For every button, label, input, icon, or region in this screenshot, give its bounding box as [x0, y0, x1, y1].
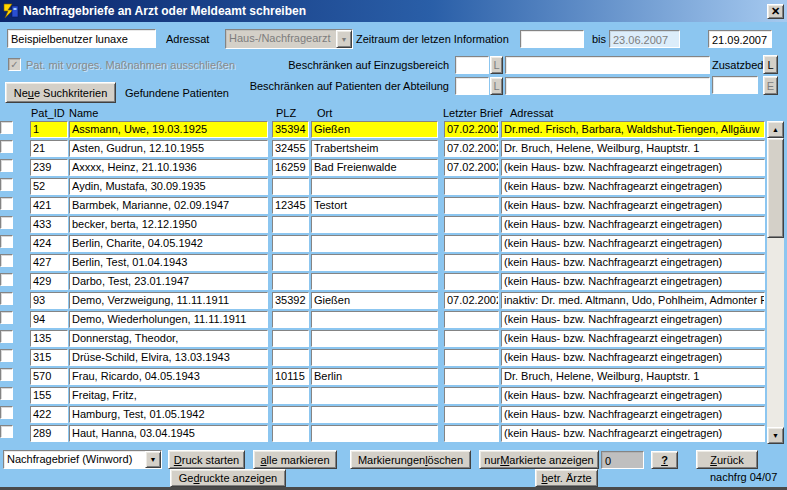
- cell-ort[interactable]: [311, 330, 438, 347]
- cell-pat-id[interactable]: 93: [30, 292, 68, 309]
- cell-pat-id[interactable]: 422: [30, 406, 68, 423]
- row-checkbox[interactable]: [0, 292, 13, 305]
- cell-ort[interactable]: Trabertsheim: [311, 140, 438, 157]
- cell-pat-id[interactable]: 427: [30, 254, 68, 271]
- date-to-field[interactable]: 21.09.2007: [708, 30, 772, 48]
- cell-letzter-brief[interactable]: 07.02.2002: [444, 292, 499, 309]
- zeitraum-von-field[interactable]: [520, 30, 584, 48]
- cell-name[interactable]: becker, berta, 12.12.1950: [69, 216, 268, 233]
- cell-adressat[interactable]: (kein Haus- bzw. Nachfragearzt eingetrag…: [501, 406, 765, 423]
- cell-ort[interactable]: [311, 425, 438, 442]
- cell-plz[interactable]: 12345: [272, 197, 309, 214]
- cell-letzter-brief[interactable]: [444, 330, 499, 347]
- cell-ort[interactable]: Gießen: [311, 121, 438, 138]
- cell-plz[interactable]: [272, 387, 309, 404]
- user-field[interactable]: Beispielbenutzer lunaxe: [7, 29, 156, 48]
- cell-plz[interactable]: 35394: [272, 121, 309, 138]
- row-checkbox[interactable]: [0, 121, 13, 134]
- scroll-up-icon[interactable]: ▲: [767, 121, 784, 138]
- cell-ort[interactable]: Testort: [311, 197, 438, 214]
- cell-pat-id[interactable]: 429: [30, 273, 68, 290]
- cell-letzter-brief[interactable]: [444, 311, 499, 328]
- cell-letzter-brief[interactable]: [444, 406, 499, 423]
- cell-adressat[interactable]: Dr.med. Frisch, Barbara, Waldshut-Tienge…: [501, 121, 765, 138]
- cell-adressat[interactable]: (kein Haus- bzw. Nachfragearzt eingetrag…: [501, 273, 765, 290]
- row-checkbox[interactable]: [0, 216, 13, 229]
- cell-ort[interactable]: [311, 273, 438, 290]
- cell-letzter-brief[interactable]: [444, 235, 499, 252]
- cell-letzter-brief[interactable]: [444, 254, 499, 271]
- cell-letzter-brief[interactable]: [444, 178, 499, 195]
- cell-pat-id[interactable]: 135: [30, 330, 68, 347]
- cell-ort[interactable]: Gießen: [311, 292, 438, 309]
- scrollbar-thumb[interactable]: [767, 138, 784, 238]
- show-marked-button[interactable]: nur Markierte anzeigen: [479, 450, 599, 469]
- row-checkbox[interactable]: [0, 140, 13, 153]
- cell-ort[interactable]: Bad Freienwalde: [311, 159, 438, 176]
- cell-adressat[interactable]: (kein Haus- bzw. Nachfragearzt eingetrag…: [501, 197, 765, 214]
- cell-name[interactable]: Donnerstag, Theodor,: [69, 330, 268, 347]
- cell-letzter-brief[interactable]: 07.02.2002: [444, 140, 499, 157]
- table-scrollbar[interactable]: ▲ ▼: [767, 121, 784, 444]
- zusatzbed-edit-button[interactable]: E: [763, 76, 778, 95]
- cell-plz[interactable]: [272, 311, 309, 328]
- cell-adressat[interactable]: inaktiv: Dr. med. Altmann, Udo, Pohlheim…: [501, 292, 765, 309]
- cell-adressat[interactable]: (kein Haus- bzw. Nachfragearzt eingetrag…: [501, 216, 765, 233]
- letter-type-select[interactable]: Nachfragebrief (Winword) ▼: [3, 450, 162, 469]
- cell-pat-id[interactable]: 94: [30, 311, 68, 328]
- cell-pat-id[interactable]: 155: [30, 387, 68, 404]
- cell-plz[interactable]: [272, 178, 309, 195]
- cell-adressat[interactable]: (kein Haus- bzw. Nachfragearzt eingetrag…: [501, 387, 765, 404]
- chevron-down-icon[interactable]: ▼: [145, 451, 161, 468]
- cell-plz[interactable]: [272, 235, 309, 252]
- print-start-button[interactable]: Druck starten: [168, 450, 245, 469]
- abteilung-code-field[interactable]: [455, 77, 489, 95]
- help-button[interactable]: ?: [651, 451, 678, 469]
- abteilung-lookup-button[interactable]: L: [490, 77, 503, 95]
- cell-plz[interactable]: [272, 349, 309, 366]
- cell-letzter-brief[interactable]: [444, 368, 499, 385]
- back-button[interactable]: Zurück: [696, 450, 758, 469]
- row-checkbox[interactable]: [0, 197, 13, 210]
- zusatzbed-field[interactable]: [712, 76, 758, 94]
- cell-pat-id[interactable]: 1: [30, 121, 68, 138]
- cell-name[interactable]: Demo, Wiederholungen, 11.11.1911: [69, 311, 268, 328]
- close-icon[interactable]: ✕: [767, 4, 784, 19]
- cell-name[interactable]: Freitag, Fritz,: [69, 387, 268, 404]
- cell-plz[interactable]: [272, 273, 309, 290]
- cell-plz[interactable]: [272, 254, 309, 271]
- clear-marks-button[interactable]: Markierungen löschen: [350, 450, 471, 469]
- cell-letzter-brief[interactable]: 07.02.2002: [444, 159, 499, 176]
- row-checkbox[interactable]: [0, 178, 13, 191]
- row-checkbox[interactable]: [0, 254, 13, 267]
- cell-name[interactable]: Axxxx, Heinz, 21.10.1936: [69, 159, 268, 176]
- cell-plz[interactable]: [272, 330, 309, 347]
- cell-letzter-brief[interactable]: [444, 387, 499, 404]
- row-checkbox[interactable]: [0, 387, 13, 400]
- cell-plz[interactable]: 32455: [272, 140, 309, 157]
- cell-ort[interactable]: [311, 254, 438, 271]
- cell-pat-id[interactable]: 21: [30, 140, 68, 157]
- cell-name[interactable]: Demo, Verzweigung, 11.11.1911: [69, 292, 268, 309]
- cell-pat-id[interactable]: 570: [30, 368, 68, 385]
- cell-letzter-brief[interactable]: [444, 216, 499, 233]
- cell-name[interactable]: Hamburg, Test, 01.05.1942: [69, 406, 268, 423]
- row-checkbox[interactable]: [0, 330, 13, 343]
- cell-ort[interactable]: Berlin: [311, 368, 438, 385]
- cell-letzter-brief[interactable]: [444, 197, 499, 214]
- cell-name[interactable]: Frau, Ricardo, 04.05.1943: [69, 368, 268, 385]
- cell-name[interactable]: Drüse-Schild, Elvira, 13.03.1943: [69, 349, 268, 366]
- cell-ort[interactable]: [311, 387, 438, 404]
- cell-adressat[interactable]: (kein Haus- bzw. Nachfragearzt eingetrag…: [501, 159, 765, 176]
- doctors-button[interactable]: betr. Ärzte: [535, 469, 598, 487]
- cell-name[interactable]: Barmbek, Marianne, 02.09.1947: [69, 197, 268, 214]
- einzugsbereich-lookup-button[interactable]: L: [490, 56, 503, 74]
- row-checkbox[interactable]: [0, 368, 13, 381]
- cell-pat-id[interactable]: 433: [30, 216, 68, 233]
- mark-all-button[interactable]: alle markieren: [253, 450, 337, 469]
- cell-adressat[interactable]: (kein Haus- bzw. Nachfragearzt eingetrag…: [501, 425, 765, 442]
- cell-pat-id[interactable]: 289: [30, 425, 68, 442]
- cell-ort[interactable]: [311, 311, 438, 328]
- einzugsbereich-code-field[interactable]: [455, 56, 489, 74]
- cell-plz[interactable]: 10115: [272, 368, 309, 385]
